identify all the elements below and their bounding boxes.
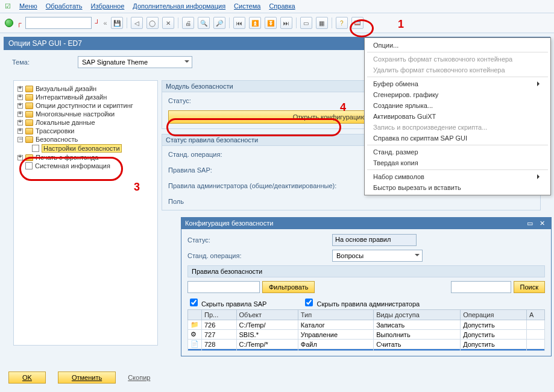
- ctx-create-shortcut[interactable]: Создание ярлыка...: [365, 100, 550, 111]
- menubar: ☑ Меню Обработать Избранное Дополнительн…: [0, 0, 554, 13]
- table-row[interactable]: 📁726C:/Temp/КаталогЗаписатьДопустить: [188, 320, 545, 330]
- ctx-charset[interactable]: Набор символов: [365, 171, 550, 182]
- conf-op-combo[interactable]: Вопросы: [332, 250, 423, 262]
- cancel-button[interactable]: Отменить: [58, 371, 116, 384]
- page-down-icon[interactable]: ⏬: [265, 17, 277, 29]
- table-row[interactable]: ⚙727SBIS.*УправлениеВыполнитьДопустить: [188, 330, 545, 340]
- cancel-icon[interactable]: ✕: [162, 17, 174, 29]
- command-input[interactable]: [25, 17, 92, 29]
- security-config-dialog: Конфигурация безопасности ▭ ✕ Статус: На…: [181, 217, 552, 356]
- folder-icon: [25, 86, 33, 92]
- ok-button[interactable]: OK: [8, 371, 46, 384]
- chevron-right-icon: [537, 81, 542, 86]
- enter-icon[interactable]: [5, 19, 13, 27]
- theme-combo[interactable]: SAP Signature Theme: [78, 56, 192, 68]
- local-layout-icon[interactable]: [351, 17, 364, 29]
- table-row[interactable]: 📄728C:/Temp/*ФайлСчитатьДопустить: [188, 340, 545, 349]
- ctx-script-rec: Запись и воспроизведение скрипта...: [365, 122, 550, 133]
- folder-icon: [25, 128, 33, 134]
- folder-icon: [25, 94, 33, 101]
- folder-icon: [25, 136, 33, 143]
- hide-sap-checkbox[interactable]: Скрыть правила SAP: [187, 297, 266, 308]
- search-input[interactable]: [451, 281, 511, 293]
- hide-admin-checkbox[interactable]: Скрыть правила администратора: [303, 297, 420, 308]
- menu-item[interactable]: Меню: [19, 2, 37, 10]
- ctx-hardcopy[interactable]: Твердая копия: [365, 157, 550, 168]
- ctx-guixT[interactable]: Активировать GuiXT: [365, 111, 550, 122]
- annot-4: 4: [340, 101, 346, 114]
- menu-item[interactable]: Система: [234, 2, 260, 10]
- conf-status-label: Статус:: [187, 236, 260, 244]
- page-icon: [25, 162, 33, 169]
- filter-button[interactable]: Фильтровать: [262, 281, 315, 293]
- menu-item[interactable]: Обработать: [46, 2, 83, 10]
- find-icon[interactable]: 🔍: [198, 17, 210, 29]
- tree-leaf-security-settings[interactable]: Настройки безопасности: [42, 144, 122, 153]
- ctx-gen-graphic[interactable]: Сгенериров. графику: [365, 89, 550, 100]
- folder-icon: [25, 119, 33, 126]
- copy-button[interactable]: Скопир: [128, 374, 150, 381]
- nav-tree[interactable]: Визуальный дизайн Интерактивный дизайн О…: [13, 80, 158, 346]
- new-session-icon[interactable]: ▭: [300, 17, 312, 29]
- menu-item[interactable]: Справка: [269, 2, 295, 10]
- shortcut-icon[interactable]: ▦: [316, 17, 328, 29]
- rules-header: Правила безопасности: [187, 265, 545, 277]
- ctx-default-size[interactable]: Станд. размер: [365, 147, 550, 157]
- chevron-right-icon: [537, 174, 542, 179]
- menu-item[interactable]: Дополнительная информация: [133, 2, 225, 10]
- folder-icon: [25, 103, 33, 109]
- page-first-icon[interactable]: ⏮: [233, 17, 245, 29]
- folder-icon: [25, 111, 33, 118]
- ctx-quick-cut[interactable]: Быстро вырезать и вставить: [365, 182, 550, 193]
- menu-item[interactable]: Избранное: [91, 2, 125, 10]
- annot-3: 3: [134, 181, 140, 194]
- back-icon[interactable]: ◁: [131, 17, 143, 29]
- filter-input[interactable]: [187, 281, 260, 293]
- conf-status-value: На основе правил: [332, 234, 417, 246]
- page-icon: [32, 145, 39, 152]
- conf-op-label: Станд. операция:: [187, 252, 260, 259]
- page-last-icon[interactable]: ⏭: [280, 17, 292, 29]
- page-up-icon[interactable]: ⏫: [249, 17, 261, 29]
- table-row[interactable]: [188, 349, 545, 351]
- find-next-icon[interactable]: 🔎: [213, 17, 225, 29]
- ctx-save-dock: Сохранить формат стыковочного контейнера: [365, 54, 550, 65]
- ctx-options[interactable]: Опции...: [365, 40, 550, 51]
- toolbar: ┌ ┘ « 💾 ◁ ◯ ✕ 🖨 🔍 🔎 ⏮ ⏫ ⏬ ⏭ ▭ ▦ ?: [0, 13, 554, 33]
- annot-1: 1: [398, 18, 404, 31]
- theme-label: Тема:: [12, 58, 30, 66]
- search-button[interactable]: Поиск: [514, 281, 545, 293]
- exit-icon[interactable]: ◯: [146, 17, 159, 29]
- print-icon[interactable]: 🖨: [182, 17, 194, 29]
- doc-icon[interactable]: ☑: [5, 2, 11, 10]
- local-layout-menu: Опции... Сохранить формат стыковочного к…: [364, 37, 551, 195]
- ctx-script-help[interactable]: Справка по скриптам SAP GUI: [365, 133, 550, 144]
- help-icon[interactable]: ?: [336, 17, 348, 29]
- folder-icon: [25, 154, 33, 161]
- ctx-del-dock: Удалить формат стыковочного контейнера: [365, 65, 550, 75]
- dialog-title: Конфигурация безопасности: [185, 220, 273, 227]
- rules-grid[interactable]: Пр... Объект Тип Виды доступа Операция А…: [187, 309, 545, 351]
- ctx-clipboard[interactable]: Буфер обмена: [365, 78, 550, 89]
- window-controls[interactable]: ▭ ✕: [527, 220, 547, 227]
- save-icon[interactable]: 💾: [111, 17, 123, 29]
